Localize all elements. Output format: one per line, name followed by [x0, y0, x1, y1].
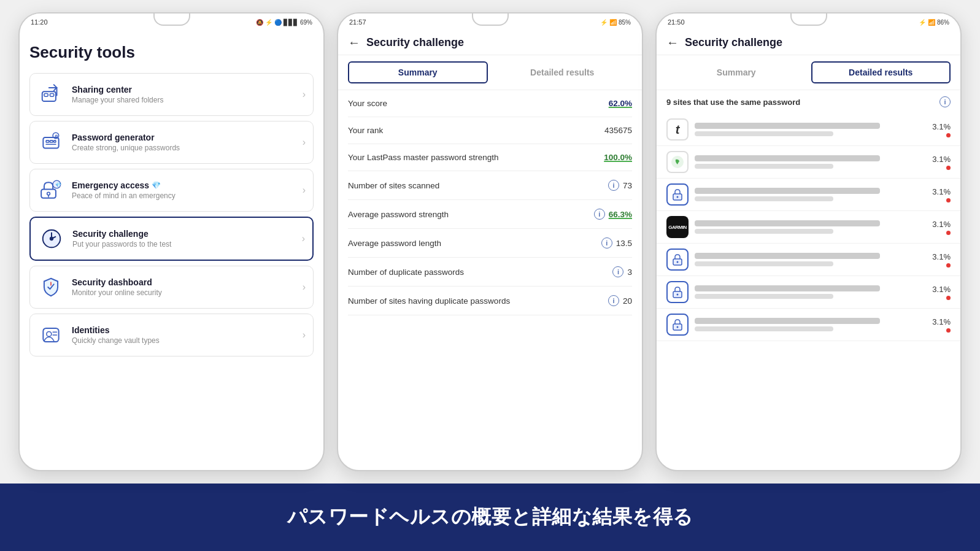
- site-name-blur-5: [695, 253, 880, 259]
- menu-item-sharing-center[interactable]: Sharing center Manage your shared folder…: [29, 73, 314, 116]
- master-pw-row: Your LastPass master password strength 1…: [348, 144, 632, 171]
- site-name-blur-4: [695, 220, 880, 226]
- master-pw-value: 100.0%: [604, 153, 632, 162]
- site-details-4: [695, 220, 926, 234]
- score-label: Your score: [348, 99, 609, 108]
- svg-point-29: [677, 326, 679, 328]
- site-details-7: [695, 318, 926, 331]
- phone1-status-bar: 11:20 🔕 ⚡ 🔵 ▊▊▊ 69%: [20, 13, 323, 28]
- sites-duplicate-row: Number of sites having duplicate passwor…: [348, 287, 632, 315]
- tab-summary-phone2[interactable]: Summary: [348, 61, 488, 83]
- phone2-status-icons: ⚡ 📶 85%: [600, 19, 631, 26]
- avg-pw-strength-row: Average password strength i 66.3%: [348, 200, 632, 229]
- site-url-blur-5: [695, 261, 833, 266]
- site-name-blur-6: [695, 285, 880, 291]
- sharing-center-title: Sharing center: [72, 85, 298, 94]
- dr-list-item-2[interactable]: 3.1%: [657, 146, 960, 179]
- avg-pw-strength-value: i 66.3%: [594, 209, 632, 220]
- tab-summary-phone3[interactable]: Summary: [666, 61, 806, 83]
- dr-list-item-7[interactable]: 3.1%: [657, 309, 960, 341]
- site-dot-4: [946, 231, 951, 235]
- sharing-center-subtitle: Manage your shared folders: [72, 96, 298, 104]
- identities-title: Identities: [72, 325, 298, 335]
- svg-rect-6: [54, 141, 56, 142]
- phone2-time: 21:57: [349, 18, 366, 26]
- menu-item-security-dashboard[interactable]: Security dashboard Monitor your online s…: [29, 266, 314, 309]
- site-dot-7: [946, 328, 951, 333]
- security-dashboard-subtitle: Monitor your online security: [72, 288, 298, 297]
- phone2-back-button[interactable]: ←: [348, 36, 360, 50]
- duplicate-pw-label: Number of duplicate passwords: [348, 268, 612, 277]
- site-icon-5: [666, 249, 689, 271]
- banner-text: パスワードヘルスの概要と詳細な結果を得る: [287, 504, 693, 531]
- phone3-status-bar: 21:50 ⚡ 📶 86%: [657, 13, 960, 28]
- phone2-tabs: Summary Detailed results: [338, 55, 642, 90]
- site-details-3: [695, 188, 926, 201]
- security-dashboard-arrow: ›: [303, 282, 306, 293]
- svg-rect-2: [50, 93, 53, 96]
- tab-detailed-phone3[interactable]: Detailed results: [811, 61, 951, 83]
- site-details-6: [695, 285, 926, 299]
- sites-duplicate-value: i 20: [608, 295, 632, 306]
- avg-pw-strength-info[interactable]: i: [594, 209, 605, 220]
- svg-point-23: [677, 196, 679, 198]
- site-pct-5: 3.1%: [932, 252, 951, 268]
- site-name-blur-7: [695, 318, 880, 324]
- password-generator-title: Password generator: [72, 133, 298, 142]
- dr-list-item-6[interactable]: 3.1%: [657, 276, 960, 309]
- dr-list-item-3[interactable]: 3.1%: [657, 179, 960, 211]
- dr-list-item-4[interactable]: GARMIN 3.1%: [657, 211, 960, 244]
- emergency-access-title: Emergency access 💎: [72, 180, 298, 190]
- duplicate-pw-info[interactable]: i: [612, 266, 623, 277]
- avg-pw-length-info[interactable]: i: [601, 237, 612, 249]
- svg-point-25: [677, 261, 679, 263]
- menu-item-password-generator[interactable]: ⚙ Password generator Create strong, uniq…: [29, 121, 314, 164]
- phone3-time: 21:50: [668, 18, 685, 26]
- phone2-status-bar: 21:57 ⚡ 📶 85%: [338, 13, 642, 28]
- phone3-back-button[interactable]: ←: [666, 36, 679, 50]
- avg-pw-strength-label: Average password strength: [348, 210, 594, 219]
- site-dot-5: [946, 263, 951, 268]
- password-generator-icon: ⚙: [37, 129, 64, 156]
- svg-point-18: [47, 331, 52, 336]
- identities-arrow: ›: [303, 329, 306, 341]
- site-icon-3: [666, 183, 689, 206]
- security-challenge-icon: [38, 225, 65, 252]
- site-url-blur-6: [695, 294, 833, 299]
- phone3-header: ← Security challenge: [657, 28, 960, 55]
- avg-pw-length-label: Average password length: [348, 239, 601, 248]
- sites-scanned-info[interactable]: i: [608, 180, 619, 191]
- phone3-tabs: Summary Detailed results: [657, 55, 960, 90]
- tab-detailed-phone2[interactable]: Detailed results: [493, 61, 633, 83]
- security-challenge-title: Security challenge: [72, 229, 297, 239]
- security-dashboard-title: Security dashboard: [72, 277, 298, 287]
- score-value: 62.0%: [609, 99, 632, 108]
- phone3-status-icons: ⚡ 📶 86%: [919, 19, 949, 26]
- identities-subtitle: Quickly change vault types: [72, 336, 298, 345]
- site-dot-6: [946, 296, 951, 300]
- phone2-body: Your score 62.0% Your rank 435675 Your L…: [338, 90, 642, 315]
- duplicate-pw-row: Number of duplicate passwords i 3: [348, 258, 632, 287]
- identities-icon: [37, 322, 64, 349]
- menu-item-identities[interactable]: Identities Quickly change vault types ›: [29, 314, 314, 356]
- sites-duplicate-info[interactable]: i: [608, 295, 619, 306]
- menu-item-emergency-access[interactable]: 💎 Emergency access 💎 Peace of mind in an…: [29, 169, 314, 212]
- menu-item-security-challenge[interactable]: Security challenge Put your passwords to…: [29, 217, 314, 261]
- svg-rect-5: [50, 141, 53, 142]
- sites-scanned-label: Number of sites scanned: [348, 181, 608, 190]
- svg-rect-1: [44, 93, 48, 96]
- security-tools-title: Security tools: [29, 43, 314, 62]
- sites-duplicate-label: Number of sites having duplicate passwor…: [348, 296, 608, 306]
- sharing-center-arrow: ›: [303, 89, 306, 100]
- phone1-status-icons: 🔕 ⚡ 🔵 ▊▊▊ 69%: [256, 19, 312, 26]
- security-challenge-arrow: ›: [302, 233, 305, 244]
- dr-list-item-1[interactable]: t 3.1%: [657, 114, 960, 146]
- site-icon-6: [666, 281, 689, 303]
- section-info-icon[interactable]: i: [939, 96, 951, 107]
- dr-list-item-5[interactable]: 3.1%: [657, 244, 960, 276]
- dr-section-header: 9 sites that use the same password i: [657, 90, 960, 114]
- rank-label: Your rank: [348, 126, 604, 135]
- site-dot-1: [946, 133, 951, 137]
- site-dot-3: [946, 198, 951, 202]
- site-url-blur-1: [695, 131, 833, 136]
